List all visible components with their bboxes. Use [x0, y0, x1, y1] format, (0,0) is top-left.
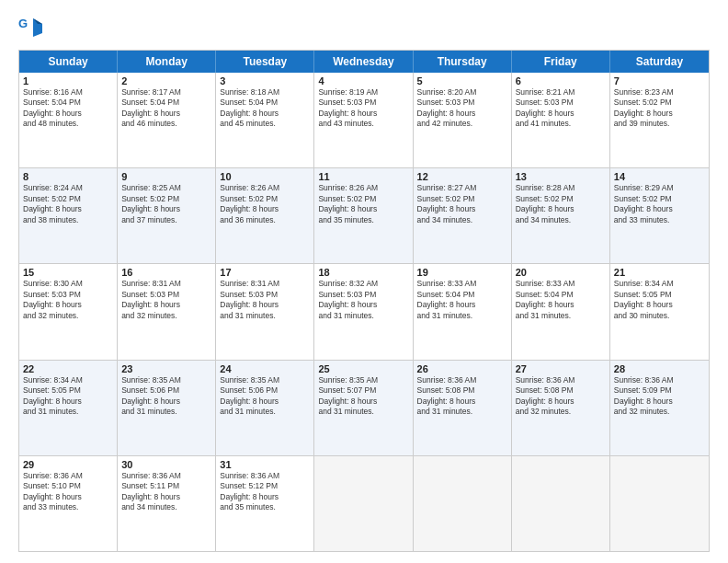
- day-cell-4: 4Sunrise: 8:19 AMSunset: 5:03 PMDaylight…: [314, 73, 413, 167]
- calendar-row-4: 22Sunrise: 8:34 AMSunset: 5:05 PMDayligh…: [19, 361, 709, 456]
- logo-icon: G: [18, 15, 44, 40]
- calendar-body: 1Sunrise: 8:16 AMSunset: 5:04 PMDaylight…: [19, 73, 709, 551]
- day-number: 27: [516, 363, 606, 374]
- cell-info: Sunrise: 8:34 AMSunset: 5:05 PMDaylight:…: [614, 279, 705, 321]
- cell-info: Sunrise: 8:33 AMSunset: 5:04 PMDaylight:…: [516, 279, 606, 321]
- day-cell-15: 15Sunrise: 8:30 AMSunset: 5:03 PMDayligh…: [19, 264, 118, 359]
- day-cell-18: 18Sunrise: 8:32 AMSunset: 5:03 PMDayligh…: [314, 264, 413, 359]
- cell-info: Sunrise: 8:35 AMSunset: 5:06 PMDaylight:…: [121, 375, 211, 418]
- day-cell-25: 25Sunrise: 8:35 AMSunset: 5:07 PMDayligh…: [314, 361, 413, 455]
- day-cell-16: 16Sunrise: 8:31 AMSunset: 5:03 PMDayligh…: [118, 264, 216, 359]
- cell-info: Sunrise: 8:36 AMSunset: 5:12 PMDaylight:…: [220, 471, 310, 513]
- day-number: 15: [23, 267, 113, 278]
- header-day-friday: Friday: [512, 51, 610, 73]
- day-number: 30: [121, 459, 211, 470]
- cell-info: Sunrise: 8:36 AMSunset: 5:11 PMDaylight:…: [121, 471, 211, 513]
- day-number: 26: [417, 363, 507, 374]
- day-cell-9: 9Sunrise: 8:25 AMSunset: 5:02 PMDaylight…: [118, 168, 216, 263]
- day-cell-29: 29Sunrise: 8:36 AMSunset: 5:10 PMDayligh…: [19, 456, 118, 551]
- cell-info: Sunrise: 8:34 AMSunset: 5:05 PMDaylight:…: [23, 375, 113, 418]
- day-number: 24: [220, 363, 310, 374]
- day-number: 13: [516, 171, 606, 182]
- empty-cell: [512, 456, 610, 551]
- day-cell-26: 26Sunrise: 8:36 AMSunset: 5:08 PMDayligh…: [414, 361, 512, 455]
- day-cell-27: 27Sunrise: 8:36 AMSunset: 5:08 PMDayligh…: [512, 361, 610, 455]
- day-number: 6: [516, 75, 606, 86]
- cell-info: Sunrise: 8:17 AMSunset: 5:04 PMDaylight:…: [121, 87, 211, 130]
- day-number: 8: [23, 171, 113, 182]
- cell-info: Sunrise: 8:33 AMSunset: 5:04 PMDaylight:…: [417, 279, 507, 321]
- day-number: 10: [220, 171, 310, 182]
- calendar-header: SundayMondayTuesdayWednesdayThursdayFrid…: [19, 51, 709, 73]
- day-cell-28: 28Sunrise: 8:36 AMSunset: 5:09 PMDayligh…: [610, 361, 709, 455]
- day-number: 22: [23, 363, 113, 374]
- day-number: 17: [220, 267, 310, 278]
- day-number: 20: [516, 267, 606, 278]
- cell-info: Sunrise: 8:35 AMSunset: 5:07 PMDaylight:…: [318, 375, 408, 418]
- day-cell-19: 19Sunrise: 8:33 AMSunset: 5:04 PMDayligh…: [414, 264, 512, 359]
- day-cell-7: 7Sunrise: 8:23 AMSunset: 5:02 PMDaylight…: [610, 73, 709, 167]
- cell-info: Sunrise: 8:23 AMSunset: 5:02 PMDaylight:…: [614, 87, 705, 130]
- header-day-saturday: Saturday: [610, 51, 709, 73]
- day-number: 31: [220, 459, 310, 470]
- header-day-tuesday: Tuesday: [216, 51, 314, 73]
- day-number: 11: [318, 171, 408, 182]
- header-day-sunday: Sunday: [19, 51, 118, 73]
- calendar-row-5: 29Sunrise: 8:36 AMSunset: 5:10 PMDayligh…: [19, 456, 709, 551]
- day-number: 5: [417, 75, 507, 86]
- day-cell-13: 13Sunrise: 8:28 AMSunset: 5:02 PMDayligh…: [512, 168, 610, 263]
- day-cell-22: 22Sunrise: 8:34 AMSunset: 5:05 PMDayligh…: [19, 361, 118, 455]
- empty-cell: [314, 456, 413, 551]
- day-number: 18: [318, 267, 408, 278]
- cell-info: Sunrise: 8:16 AMSunset: 5:04 PMDaylight:…: [23, 87, 113, 130]
- calendar-row-3: 15Sunrise: 8:30 AMSunset: 5:03 PMDayligh…: [19, 264, 709, 360]
- day-number: 21: [614, 267, 705, 278]
- cell-info: Sunrise: 8:32 AMSunset: 5:03 PMDaylight:…: [318, 279, 408, 321]
- day-cell-31: 31Sunrise: 8:36 AMSunset: 5:12 PMDayligh…: [216, 456, 314, 551]
- calendar: SundayMondayTuesdayWednesdayThursdayFrid…: [18, 50, 710, 552]
- day-number: 3: [220, 75, 310, 86]
- day-cell-12: 12Sunrise: 8:27 AMSunset: 5:02 PMDayligh…: [414, 168, 512, 263]
- calendar-row-2: 8Sunrise: 8:24 AMSunset: 5:02 PMDaylight…: [19, 168, 709, 264]
- svg-text:G: G: [18, 17, 28, 30]
- page: G SundayMondayTuesdayWednesdayThursdayFr…: [0, 0, 728, 563]
- day-cell-30: 30Sunrise: 8:36 AMSunset: 5:11 PMDayligh…: [118, 456, 216, 551]
- cell-info: Sunrise: 8:26 AMSunset: 5:02 PMDaylight:…: [220, 183, 310, 225]
- day-number: 1: [23, 75, 113, 86]
- cell-info: Sunrise: 8:21 AMSunset: 5:03 PMDaylight:…: [516, 87, 606, 130]
- cell-info: Sunrise: 8:36 AMSunset: 5:08 PMDaylight:…: [516, 375, 606, 418]
- cell-info: Sunrise: 8:36 AMSunset: 5:09 PMDaylight:…: [614, 375, 705, 418]
- cell-info: Sunrise: 8:20 AMSunset: 5:03 PMDaylight:…: [417, 87, 507, 130]
- day-cell-20: 20Sunrise: 8:33 AMSunset: 5:04 PMDayligh…: [512, 264, 610, 359]
- day-number: 23: [121, 363, 211, 374]
- cell-info: Sunrise: 8:28 AMSunset: 5:02 PMDaylight:…: [516, 183, 606, 225]
- cell-info: Sunrise: 8:27 AMSunset: 5:02 PMDaylight:…: [417, 183, 507, 225]
- header-day-thursday: Thursday: [414, 51, 512, 73]
- cell-info: Sunrise: 8:36 AMSunset: 5:08 PMDaylight:…: [417, 375, 507, 418]
- cell-info: Sunrise: 8:31 AMSunset: 5:03 PMDaylight:…: [121, 279, 211, 321]
- day-number: 16: [121, 267, 211, 278]
- day-number: 12: [417, 171, 507, 182]
- day-cell-17: 17Sunrise: 8:31 AMSunset: 5:03 PMDayligh…: [216, 264, 314, 359]
- cell-info: Sunrise: 8:24 AMSunset: 5:02 PMDaylight:…: [23, 183, 113, 225]
- day-cell-24: 24Sunrise: 8:35 AMSunset: 5:06 PMDayligh…: [216, 361, 314, 455]
- cell-info: Sunrise: 8:30 AMSunset: 5:03 PMDaylight:…: [23, 279, 113, 321]
- day-cell-11: 11Sunrise: 8:26 AMSunset: 5:02 PMDayligh…: [314, 168, 413, 263]
- cell-info: Sunrise: 8:18 AMSunset: 5:04 PMDaylight:…: [220, 87, 310, 130]
- day-cell-5: 5Sunrise: 8:20 AMSunset: 5:03 PMDaylight…: [414, 73, 512, 167]
- cell-info: Sunrise: 8:26 AMSunset: 5:02 PMDaylight:…: [318, 183, 408, 225]
- day-cell-8: 8Sunrise: 8:24 AMSunset: 5:02 PMDaylight…: [19, 168, 118, 263]
- day-cell-2: 2Sunrise: 8:17 AMSunset: 5:04 PMDaylight…: [118, 73, 216, 167]
- day-number: 14: [614, 171, 705, 182]
- day-cell-14: 14Sunrise: 8:29 AMSunset: 5:02 PMDayligh…: [610, 168, 709, 263]
- cell-info: Sunrise: 8:31 AMSunset: 5:03 PMDaylight:…: [220, 279, 310, 321]
- header: G: [18, 15, 710, 40]
- day-number: 29: [23, 459, 113, 470]
- day-cell-10: 10Sunrise: 8:26 AMSunset: 5:02 PMDayligh…: [216, 168, 314, 263]
- day-cell-3: 3Sunrise: 8:18 AMSunset: 5:04 PMDaylight…: [216, 73, 314, 167]
- cell-info: Sunrise: 8:19 AMSunset: 5:03 PMDaylight:…: [318, 87, 408, 130]
- cell-info: Sunrise: 8:36 AMSunset: 5:10 PMDaylight:…: [23, 471, 113, 513]
- header-day-monday: Monday: [118, 51, 216, 73]
- logo: G: [18, 15, 48, 40]
- day-number: 4: [318, 75, 408, 86]
